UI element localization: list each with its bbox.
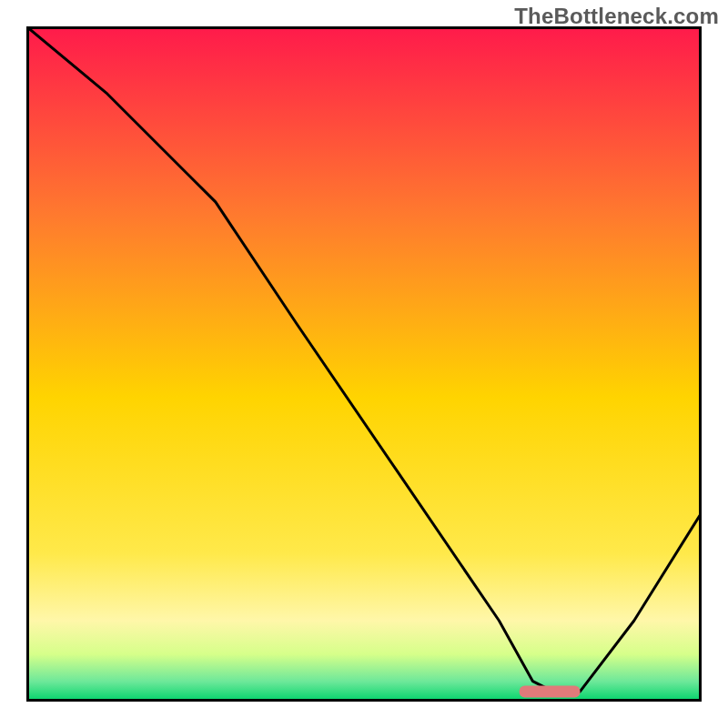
chart-container: TheBottleneck.com [0,0,728,728]
optimal-marker [520,685,581,697]
gradient-background [26,26,702,702]
plot-area [26,26,702,702]
chart-svg [26,26,702,702]
watermark-text: TheBottleneck.com [514,4,719,29]
